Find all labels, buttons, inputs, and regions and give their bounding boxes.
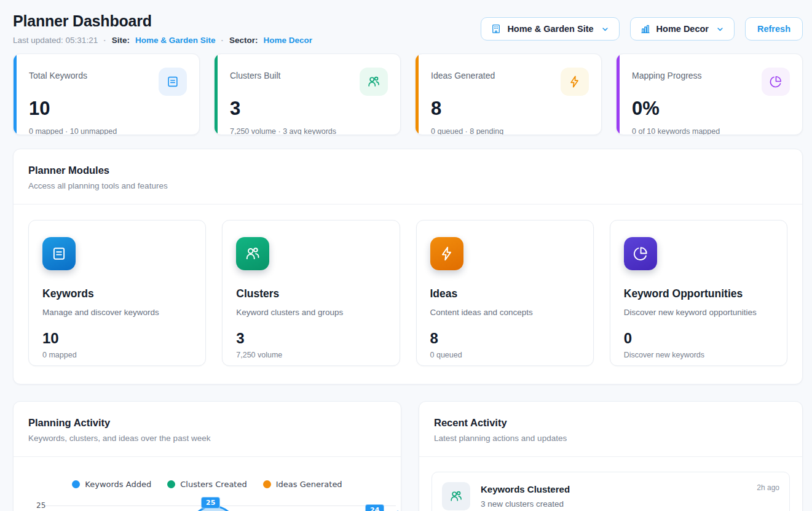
sector-selector-dropdown[interactable]: Home Decor — [630, 17, 735, 41]
section-subtitle: Access all planning tools and features — [28, 181, 787, 190]
module-card-ideas[interactable]: Ideas Content ideas and concepts 8 0 que… — [416, 220, 594, 366]
section-subtitle: Keywords, clusters, and ideas over the p… — [28, 434, 386, 443]
stat-detail: 7,250 volume · 3 avg keywords — [230, 127, 388, 135]
stat-detail: 0 mapped · 10 unmapped — [29, 127, 187, 135]
stat-card-ideas-generated: Ideas Generated 8 0 queued · 8 pending — [415, 53, 602, 135]
meta-separator: · — [103, 36, 106, 45]
planning-activity-section: Planning Activity Keywords, clusters, an… — [13, 401, 401, 511]
chevron-down-icon — [715, 25, 725, 34]
planner-modules-section: Planner Modules Access all planning tool… — [13, 149, 803, 384]
page-header-left: Planner Dashboard Last updated: 05:31:21… — [13, 12, 312, 45]
module-value: 8 — [430, 331, 580, 346]
legend-item-ideas-generated[interactable]: Ideas Generated — [263, 480, 342, 489]
stat-label: Ideas Generated — [431, 68, 495, 80]
module-title: Ideas — [430, 287, 580, 300]
activity-item-keywords-clustered[interactable]: Keywords Clustered 3 new clusters create… — [432, 472, 790, 511]
lightning-icon — [561, 68, 589, 96]
planning-activity-chart: 25 25 24 — [14, 496, 401, 511]
section-title: Planning Activity — [28, 417, 386, 429]
chart-legend: Keywords Added Clusters Created Ideas Ge… — [14, 457, 401, 489]
data-point-label: 24 — [365, 504, 384, 511]
planning-activity-header: Planning Activity Keywords, clusters, an… — [14, 402, 401, 456]
stat-label: Total Keywords — [29, 68, 87, 80]
activity-title: Keywords Clustered — [481, 482, 570, 494]
stats-row: Total Keywords 10 0 mapped · 10 unmapped… — [13, 53, 803, 135]
module-detail: 0 queued — [430, 351, 580, 359]
site-selector-dropdown[interactable]: Home & Garden Site — [481, 17, 619, 41]
planner-modules-header: Planner Modules Access all planning tool… — [14, 149, 802, 204]
stat-card-total-keywords: Total Keywords 10 0 mapped · 10 unmapped — [13, 53, 200, 135]
page-title: Planner Dashboard — [13, 12, 312, 30]
users-icon — [360, 68, 388, 96]
module-value: 10 — [42, 331, 192, 346]
stat-card-clusters-built: Clusters Built 3 7,250 volume · 3 avg ke… — [214, 53, 401, 135]
data-point-label: 25 — [201, 497, 220, 509]
page-meta: Last updated: 05:31:21 · Site: Home & Ga… — [13, 36, 312, 45]
activity-timestamp: 2h ago — [757, 482, 779, 492]
stat-label: Mapping Progress — [632, 68, 702, 80]
pie-chart-icon — [624, 237, 657, 270]
accent-bar — [14, 54, 17, 135]
section-subtitle: Latest planning actions and updates — [434, 434, 787, 443]
stat-value: 3 — [230, 99, 388, 118]
module-description: Keyword clusters and groups — [236, 308, 385, 317]
sector-selector-value: Home Decor — [656, 24, 709, 34]
lightning-icon — [430, 237, 463, 270]
module-description: Discover new keyword opportunities — [624, 308, 773, 317]
recent-activity-section: Recent Activity Latest planning actions … — [419, 401, 803, 511]
module-detail: 0 mapped — [42, 351, 192, 359]
activity-description: 3 new clusters created — [481, 499, 570, 509]
module-title: Keywords — [42, 287, 192, 300]
recent-activity-header: Recent Activity Latest planning actions … — [419, 402, 802, 456]
stat-card-mapping-progress: Mapping Progress 0% 0 of 10 keywords map… — [616, 53, 803, 135]
legend-label: Clusters Created — [180, 480, 247, 489]
planner-dashboard-page: Planner Dashboard Last updated: 05:31:21… — [0, 0, 812, 511]
chevron-down-icon — [601, 25, 610, 34]
site-link[interactable]: Home & Garden Site — [135, 36, 216, 45]
stat-value: 8 — [431, 99, 589, 118]
module-description: Manage and discover keywords — [42, 308, 192, 317]
module-description: Content ideas and concepts — [430, 308, 580, 317]
legend-dot — [167, 480, 175, 488]
section-title: Planner Modules — [28, 165, 787, 176]
site-selector-value: Home & Garden Site — [507, 24, 593, 34]
users-icon — [442, 482, 470, 510]
stat-value: 0% — [632, 99, 790, 118]
users-icon — [236, 237, 269, 270]
building-icon — [491, 23, 502, 34]
sector-label: Sector: — [229, 36, 258, 45]
modules-grid: Keywords Manage and discover keywords 10… — [14, 205, 802, 384]
page-header: Planner Dashboard Last updated: 05:31:21… — [0, 0, 812, 45]
legend-item-keywords-added[interactable]: Keywords Added — [72, 480, 151, 489]
stat-detail: 0 queued · 8 pending — [431, 127, 589, 135]
legend-dot — [263, 480, 271, 488]
accent-bar — [416, 54, 419, 135]
module-card-keywords[interactable]: Keywords Manage and discover keywords 10… — [28, 220, 206, 366]
stat-label: Clusters Built — [230, 68, 280, 80]
section-title: Recent Activity — [434, 417, 787, 429]
bar-chart-icon — [640, 23, 651, 34]
activity-content: Keywords Clustered 3 new clusters create… — [481, 482, 570, 509]
stat-value: 10 — [29, 99, 187, 118]
module-title: Keyword Opportunities — [624, 287, 773, 300]
pie-chart-icon — [762, 68, 790, 96]
legend-item-clusters-created[interactable]: Clusters Created — [167, 480, 247, 489]
divider — [419, 456, 802, 457]
module-title: Clusters — [236, 287, 385, 300]
module-detail: Discover new keywords — [624, 351, 773, 359]
header-actions: Home & Garden Site Home Decor Refresh — [481, 17, 803, 41]
stat-detail: 0 of 10 keywords mapped — [632, 127, 790, 135]
accent-bar — [215, 54, 218, 135]
module-card-clusters[interactable]: Clusters Keyword clusters and groups 3 7… — [222, 220, 400, 366]
bottom-row: Planning Activity Keywords, clusters, an… — [13, 401, 803, 511]
document-icon — [42, 237, 76, 270]
module-card-keyword-opportunities[interactable]: Keyword Opportunities Discover new keywo… — [610, 220, 787, 366]
legend-label: Keywords Added — [85, 480, 151, 489]
document-icon — [159, 68, 187, 96]
keywords-added-series-line — [44, 496, 398, 511]
sector-link[interactable]: Home Decor — [263, 36, 312, 45]
meta-separator: · — [221, 36, 224, 45]
refresh-button[interactable]: Refresh — [745, 17, 803, 41]
module-value: 3 — [236, 331, 385, 346]
module-detail: 7,250 volume — [236, 351, 385, 359]
